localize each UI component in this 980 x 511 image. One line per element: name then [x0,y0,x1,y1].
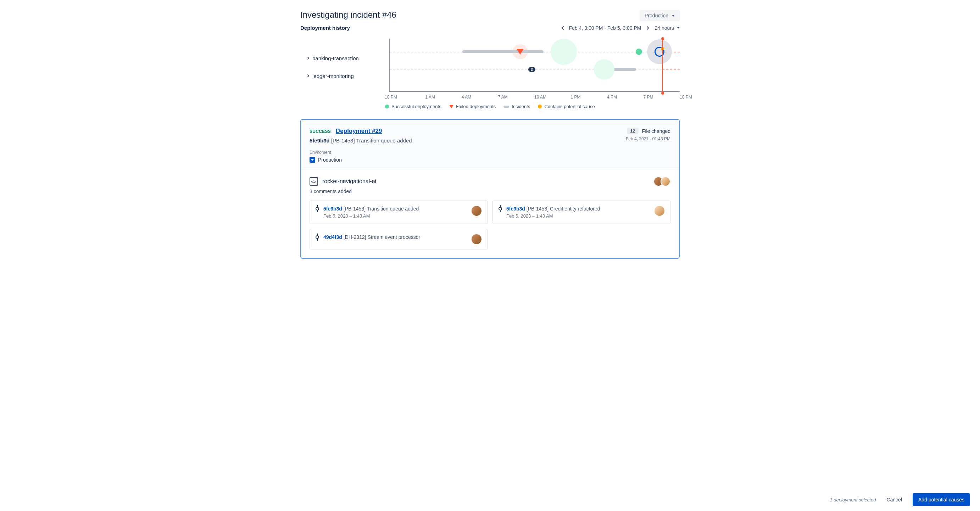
commit-hash-link[interactable]: 5fe9b3d [506,206,525,211]
timeline-row-toggle[interactable]: ledger-monitoring [300,67,389,85]
commit-message: [PB-1453] Transition queue added [344,206,419,211]
duration-selector[interactable]: 24 hours [655,25,680,31]
environment-value: Production [318,157,342,163]
legend-label: Contains potential cause [544,104,595,109]
status-badge: SUCCESS [310,129,331,134]
commit-node-icon [315,235,319,239]
legend-label: Incidents [512,104,530,109]
timeline-legend: Successful deployments Failed deployment… [300,104,680,109]
legend-success-icon [385,105,389,108]
chevron-right-icon [306,75,309,77]
commit-hash-link[interactable]: 49d4f3d [323,234,342,240]
success-deployment-marker[interactable] [636,49,642,55]
repo-icon: <> [310,177,318,186]
duration-label: 24 hours [655,25,674,31]
date-range-label: Feb 4, 3:00 PM - Feb 5, 3:00 PM [569,25,641,31]
deployment-date: Feb 4, 2021 - 01:43 PM [626,136,670,141]
chevron-right-icon [306,57,309,60]
commit-card[interactable]: 49d4f3d [DH-2312] Stream event processor [310,229,487,249]
timeline-x-axis: 10 PM 1 AM 4 AM 7 AM 10 AM 1 PM 4 PM 7 P… [300,95,680,100]
next-range-button[interactable] [645,26,649,30]
grouped-count-badge[interactable]: 2 [528,67,535,72]
avatar [472,206,482,216]
commit-hash-link[interactable]: 5fe9b3d [323,206,342,211]
prev-range-button[interactable] [561,26,565,30]
environment-selector-label: Production [644,13,668,18]
commit-message: [PB-1453] Credit entity refactored [527,206,600,211]
legend-label: Successful deployments [391,104,441,109]
avatar [472,234,482,244]
success-deployment-marker[interactable] [601,66,607,73]
commit-hash: 5fe9b3d [310,138,330,143]
file-changed-label: File changed [642,128,670,134]
success-deployment-marker[interactable] [560,49,567,55]
timeline-row-toggle[interactable]: banking-transaction [300,49,389,67]
deployment-link[interactable]: Deployment #29 [336,128,382,134]
failed-deployment-marker[interactable] [517,49,524,55]
deployment-details-panel: SUCCESS Deployment #29 5fe9b3d [PB-1453]… [300,119,680,259]
file-count-badge: 12 [627,128,638,134]
environment-icon [310,157,315,163]
repo-name: rocket-navigational-ai [322,178,376,185]
timeline-chart[interactable]: 2 [389,39,680,92]
commit-node-icon [315,207,319,211]
commit-card[interactable]: 5fe9b3d [PB-1453] Transition queue added… [310,201,487,224]
success-deployment-marker-selected[interactable] [656,49,663,55]
commit-card[interactable]: 5fe9b3d [PB-1453] Credit entity refactor… [493,201,670,224]
legend-incident-icon [503,106,509,108]
commit-node-icon [498,207,502,211]
now-indicator [662,39,663,93]
contributor-avatars[interactable] [656,176,670,186]
commit-date: Feb 5, 2023 – 1:43 AM [323,213,467,219]
environment-selector[interactable]: Production [640,10,680,21]
chevron-down-icon [672,15,675,17]
environment-label: Enviroment [310,150,412,155]
page-title: Investigating incident #46 [300,10,396,20]
commit-message: [DH-2312] Stream event processor [344,234,420,240]
legend-failed-icon [449,105,453,108]
timeline-row-label: banking-transaction [312,55,359,61]
chevron-down-icon [677,27,680,29]
comments-count: 3 comments added [310,189,670,194]
section-subtitle: Deployment history [300,25,350,31]
avatar [654,206,665,216]
commit-date: Feb 5, 2023 – 1:43 AM [506,213,650,219]
legend-label: Failed deployments [456,104,496,109]
timeline-row-label: ledger-monitoring [312,73,354,79]
avatar [660,176,670,186]
legend-potential-icon [538,105,542,108]
commit-title: [PB-1453] Transition queue added [331,138,412,143]
